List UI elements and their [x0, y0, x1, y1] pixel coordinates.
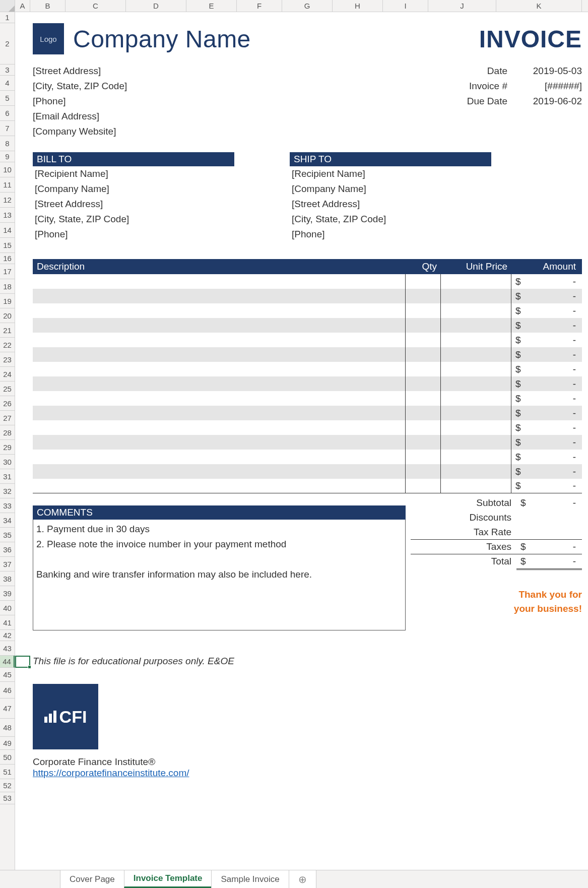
row-header-49[interactable]: 49 — [0, 737, 15, 750]
row-header-9[interactable]: 9 — [0, 151, 15, 162]
line-items-table: Description Qty Unit Price Amount $-$-$-… — [33, 259, 582, 493]
row-header-33[interactable]: 33 — [0, 498, 15, 513]
row-header-32[interactable]: 32 — [0, 484, 15, 498]
meta-date-label: Date — [452, 64, 507, 79]
line-item-row[interactable]: $- — [33, 303, 582, 318]
row-header-47[interactable]: 47 — [0, 699, 15, 719]
row-header-12[interactable]: 12 — [0, 193, 15, 208]
row-header-8[interactable]: 8 — [0, 136, 15, 151]
line-item-row[interactable]: $- — [33, 464, 582, 479]
row-header-18[interactable]: 18 — [0, 279, 15, 294]
row-header-52[interactable]: 52 — [0, 779, 15, 792]
row-header-10[interactable]: 10 — [0, 162, 15, 177]
row-header-1[interactable]: 1 — [0, 12, 15, 23]
row-header-37[interactable]: 37 — [0, 557, 15, 572]
row-header-19[interactable]: 19 — [0, 294, 15, 308]
line-item-row[interactable]: $- — [33, 479, 582, 493]
row-header-48[interactable]: 48 — [0, 719, 15, 737]
row-header-20[interactable]: 20 — [0, 308, 15, 323]
row-header-3[interactable]: 3 — [0, 65, 15, 76]
line-item-row[interactable]: $- — [33, 333, 582, 347]
row-header-15[interactable]: 15 — [0, 238, 15, 253]
col-header-E[interactable]: E — [186, 0, 237, 12]
row-header-21[interactable]: 21 — [0, 323, 15, 338]
col-header-G[interactable]: G — [282, 0, 333, 12]
sender-phone: [Phone] — [33, 94, 127, 109]
ship-line: [City, State, ZIP Code] — [290, 212, 491, 227]
line-item-row[interactable]: $- — [33, 289, 582, 303]
line-item-row[interactable]: $- — [33, 274, 582, 289]
col-header-K[interactable]: K — [496, 0, 582, 12]
row-header-17[interactable]: 17 — [0, 264, 15, 279]
sender-email: [Email Address] — [33, 109, 127, 124]
column-headers[interactable]: ABCDEFGHIJK — [0, 0, 588, 12]
bill-line: [Company Name] — [33, 181, 234, 197]
line-item-row[interactable]: $- — [33, 435, 582, 450]
row-header-40[interactable]: 40 — [0, 601, 15, 615]
sheet-tab[interactable]: Cover Page — [60, 870, 124, 888]
totals-block: Subtotal$- Discounts Tax Rate Taxes$- To… — [411, 495, 582, 630]
worksheet[interactable]: Logo Company Name INVOICE [Street Addres… — [15, 12, 588, 870]
row-header-14[interactable]: 14 — [0, 223, 15, 238]
line-item-row[interactable]: $- — [33, 450, 582, 464]
line-item-row[interactable]: $- — [33, 420, 582, 435]
row-header-26[interactable]: 26 — [0, 396, 15, 411]
row-header-35[interactable]: 35 — [0, 528, 15, 542]
col-header-D[interactable]: D — [126, 0, 186, 12]
row-header-13[interactable]: 13 — [0, 208, 15, 223]
col-header-B[interactable]: B — [30, 0, 66, 12]
row-header-7[interactable]: 7 — [0, 121, 15, 136]
select-all-corner[interactable] — [0, 0, 15, 12]
row-header-42[interactable]: 42 — [0, 630, 15, 641]
meta-due-label: Due Date — [452, 94, 507, 109]
row-header-36[interactable]: 36 — [0, 542, 15, 557]
row-header-41[interactable]: 41 — [0, 615, 15, 630]
line-item-row[interactable]: $- — [33, 391, 582, 406]
row-header-6[interactable]: 6 — [0, 106, 15, 121]
row-header-50[interactable]: 50 — [0, 750, 15, 765]
col-header-J[interactable]: J — [428, 0, 496, 12]
cfi-logo: CFI — [33, 684, 98, 749]
row-header-44[interactable]: 44 — [0, 656, 15, 668]
row-header-28[interactable]: 28 — [0, 425, 15, 440]
row-header-51[interactable]: 51 — [0, 765, 15, 779]
row-header-11[interactable]: 11 — [0, 177, 15, 193]
row-header-5[interactable]: 5 — [0, 91, 15, 106]
cfi-link[interactable]: https://corporatefinanceinstitute.com/ — [33, 768, 189, 778]
row-header-38[interactable]: 38 — [0, 572, 15, 586]
row-header-31[interactable]: 31 — [0, 469, 15, 484]
row-header-2[interactable]: 2 — [0, 23, 15, 65]
row-header-30[interactable]: 30 — [0, 455, 15, 469]
col-header-I[interactable]: I — [383, 0, 428, 12]
row-header-16[interactable]: 16 — [0, 253, 15, 264]
ship-line: [Phone] — [290, 227, 491, 242]
row-header-39[interactable]: 39 — [0, 586, 15, 601]
row-header-4[interactable]: 4 — [0, 76, 15, 91]
row-header-29[interactable]: 29 — [0, 440, 15, 455]
row-header-46[interactable]: 46 — [0, 682, 15, 699]
line-item-row[interactable]: $- — [33, 406, 582, 420]
row-header-43[interactable]: 43 — [0, 641, 15, 656]
line-item-row[interactable]: $- — [33, 362, 582, 376]
line-item-row[interactable]: $- — [33, 376, 582, 391]
row-header-22[interactable]: 22 — [0, 338, 15, 352]
row-headers[interactable]: 1234567891011121314151617181920212223242… — [0, 12, 15, 870]
col-header-F[interactable]: F — [237, 0, 282, 12]
active-cell-outline — [15, 656, 30, 668]
bill-line: [City, State, ZIP Code] — [33, 212, 234, 227]
col-header-H[interactable]: H — [333, 0, 383, 12]
row-header-45[interactable]: 45 — [0, 668, 15, 682]
row-header-24[interactable]: 24 — [0, 367, 15, 382]
sheet-tab[interactable]: Invoice Template — [124, 870, 212, 888]
sheet-tab[interactable]: Sample Invoice — [211, 870, 289, 888]
line-item-row[interactable]: $- — [33, 318, 582, 333]
row-header-27[interactable]: 27 — [0, 411, 15, 425]
col-header-A[interactable]: A — [15, 0, 30, 12]
add-sheet-button[interactable]: ⊕ — [289, 870, 316, 888]
row-header-25[interactable]: 25 — [0, 382, 15, 396]
row-header-34[interactable]: 34 — [0, 513, 15, 528]
row-header-23[interactable]: 23 — [0, 352, 15, 367]
row-header-53[interactable]: 53 — [0, 792, 15, 804]
col-header-C[interactable]: C — [66, 0, 126, 12]
line-item-row[interactable]: $- — [33, 347, 582, 362]
